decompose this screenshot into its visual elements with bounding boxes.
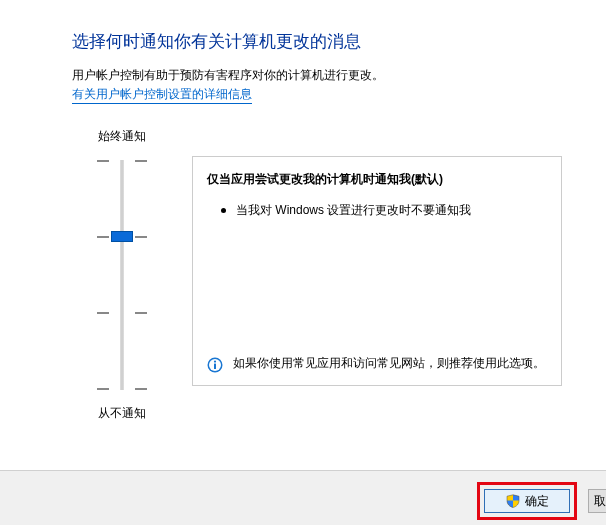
panel-bullet-text: 当我对 Windows 设置进行更改时不要通知我 — [236, 202, 471, 219]
shield-icon — [506, 494, 520, 508]
svg-point-2 — [214, 361, 216, 363]
slider-thumb[interactable] — [111, 231, 133, 242]
ok-button-label: 确定 — [525, 493, 549, 510]
dialog-footer: 确定 取 — [0, 471, 606, 525]
bullet-icon — [221, 208, 226, 213]
slider-track-line — [121, 160, 124, 390]
slider-label-never: 从不通知 — [98, 405, 146, 422]
slider-label-always: 始终通知 — [98, 128, 146, 145]
page-title: 选择何时通知你有关计算机更改的消息 — [72, 30, 586, 53]
uac-slider[interactable] — [97, 155, 147, 395]
panel-heading: 仅当应用尝试更改我的计算机时通知我(默认) — [207, 171, 547, 188]
description-text: 用户帐户控制有助于预防有害程序对你的计算机进行更改。 — [72, 67, 586, 84]
info-icon — [207, 357, 223, 373]
highlight-frame: 确定 — [477, 482, 577, 520]
uac-help-link[interactable]: 有关用户帐户控制设置的详细信息 — [72, 86, 252, 104]
panel-info-text: 如果你使用常见应用和访问常见网站，则推荐使用此选项。 — [233, 355, 545, 372]
description-panel: 仅当应用尝试更改我的计算机时通知我(默认) 当我对 Windows 设置进行更改… — [192, 156, 562, 386]
svg-rect-3 — [214, 364, 216, 369]
ok-button[interactable]: 确定 — [484, 489, 570, 513]
cancel-button[interactable]: 取 — [588, 489, 606, 513]
